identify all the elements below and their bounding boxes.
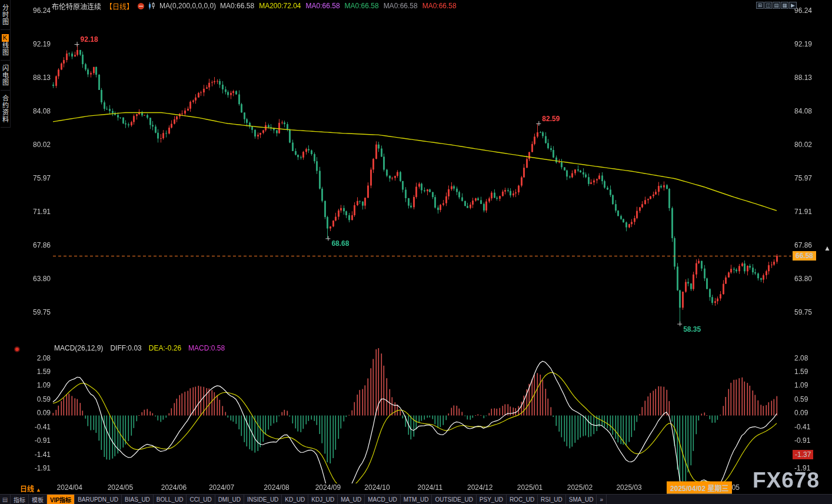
layout-grid-icon[interactable]: ⊞ xyxy=(756,2,764,9)
toolbar-menu-icon[interactable]: ▤ xyxy=(0,495,11,504)
toolbar-tab-outside-ud[interactable]: OUTSIDE_UD xyxy=(432,495,476,504)
ma-value: MA0:66.58 xyxy=(306,2,340,10)
ma-value: MA0:66.58 xyxy=(345,2,379,10)
grid-panel-icon[interactable]: ▦ xyxy=(781,2,788,9)
up-triangle-icon: ▲ xyxy=(36,487,41,493)
toolbar-tab-cci-ud[interactable]: CCI_UD xyxy=(187,495,215,504)
toolbar-tab-vip-indicators[interactable]: VIP指标 xyxy=(47,495,75,504)
ma-value: MA200:72.04 xyxy=(259,2,301,10)
toolbar-tab-mtm-ud[interactable]: MTM_UD xyxy=(401,495,432,504)
symbol-title: 布伦特原油连续 xyxy=(52,1,101,11)
toolbar-tab-roc-ud[interactable]: ROC_UD xyxy=(507,495,538,504)
sidebar-item-kline-chart[interactable]: K线图 xyxy=(1,30,10,61)
sidebar-item-flash-chart[interactable]: 闪电图 xyxy=(1,61,10,91)
toolbar-tab-psy-ud[interactable]: PSY_UD xyxy=(477,495,507,504)
toolbar-tab-templates[interactable]: 模板 xyxy=(29,495,47,504)
macd-dea-value: DEA:-0.26 xyxy=(149,344,181,352)
price-chart-canvas[interactable] xyxy=(0,0,832,504)
toolbar-tab-barupdn-ud[interactable]: BARUPDN_UD xyxy=(75,495,122,504)
period-tag: 【日线】 xyxy=(105,1,134,11)
period-selector[interactable]: 日线▲ xyxy=(20,483,41,493)
fx678-watermark: FX678 xyxy=(753,468,820,493)
left-sidebar: 分时图K线图闪电图合约资料 xyxy=(0,0,11,128)
ma-value: MA0:66.58 xyxy=(422,2,457,10)
macd-diff-value: DIFF:0.03 xyxy=(110,344,141,352)
macd-macd-value: MACD:0.58 xyxy=(188,344,225,352)
ma-value: MA0:66.58 xyxy=(384,2,418,10)
split-horizontal-icon[interactable]: ◫ xyxy=(764,2,772,9)
toolbar-tab-inside-ud[interactable]: INSIDE_UD xyxy=(244,495,282,504)
macd-title: MACD(26,12,9) xyxy=(54,344,103,352)
rows-panel-icon[interactable]: ▤ xyxy=(773,2,780,9)
toolbar-tab-kdj-ud[interactable]: KDJ_UD xyxy=(308,495,338,504)
toolbar-tab-more-indicators[interactable]: » xyxy=(597,495,607,504)
macd-header: MACD(26,12,9) DIFF:0.03 DEA:-0.26 MACD:0… xyxy=(54,344,225,352)
collapse-circle-icon[interactable] xyxy=(138,3,144,9)
sidebar-item-time-chart[interactable]: 分时图 xyxy=(1,0,10,30)
toolbar-tab-macd-ud[interactable]: MACD_UD xyxy=(365,495,400,504)
toolbar-tab-sma-ud[interactable]: SMA_UD xyxy=(566,495,597,504)
period-selector-label: 日线 xyxy=(20,485,34,493)
indicator-marker-dot[interactable] xyxy=(14,346,20,352)
collapse-right-icon[interactable]: ▶ xyxy=(789,2,797,9)
app-root: 分时图K线图闪电图合约资料 布伦特原油连续 【日线】 MA(0,200,0,0,… xyxy=(0,0,832,504)
bottom-toolbar: ▤指标模板VIP指标BARUPDN_UDBIAS_UDBOLL_UDCCI_UD… xyxy=(0,494,832,504)
sidebar-item-contract-info[interactable]: 合约资料 xyxy=(1,91,10,128)
toolbar-tab-ma-ud[interactable]: MA_UD xyxy=(338,495,365,504)
toolbar-tab-rsi-ud[interactable]: RSI_UD xyxy=(538,495,566,504)
ma-settings: MA(0,200,0,0,0,0) xyxy=(159,2,216,10)
toolbar-tab-indicators[interactable]: 指标 xyxy=(11,495,29,504)
ma-value: MA0:66.58 xyxy=(220,2,254,10)
toolbar-tab-kd-ud[interactable]: KD_UD xyxy=(282,495,308,504)
header-bar: 布伦特原油连续 【日线】 MA(0,200,0,0,0,0) MA0:66.58… xyxy=(52,1,461,11)
toolbar-tab-dmi-ud[interactable]: DMI_UD xyxy=(215,495,244,504)
window-controls: ⊞◫▤▦▶ xyxy=(756,2,797,9)
toolbar-tab-boll-ud[interactable]: BOLL_UD xyxy=(154,495,187,504)
ma-values: MA0:66.58MA200:72.04MA0:66.58MA0:66.58MA… xyxy=(220,2,461,10)
kline-indicator-icon xyxy=(148,2,155,9)
toolbar-tab-bias-ud[interactable]: BIAS_UD xyxy=(122,495,154,504)
